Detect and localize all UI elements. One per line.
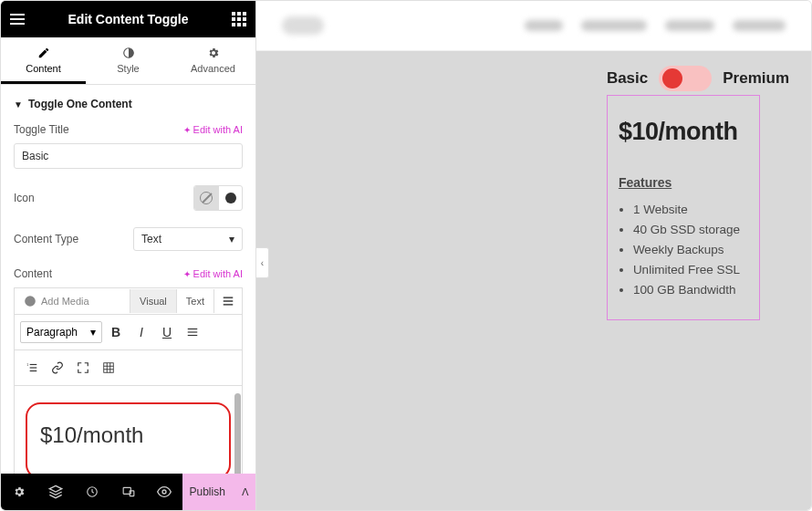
- sidebar-tabs: Content Style Advanced: [1, 37, 255, 85]
- apps-grid-icon[interactable]: [232, 12, 246, 26]
- preview-button[interactable]: [146, 474, 182, 510]
- gear-icon: [13, 485, 26, 498]
- table-icon: [102, 361, 115, 374]
- icon-upload-option[interactable]: [218, 186, 242, 210]
- caret-down-icon: ▼: [14, 99, 23, 110]
- devices-icon: [122, 485, 135, 498]
- editor-content-text: $10/month: [40, 422, 216, 448]
- rows-icon: [222, 295, 234, 308]
- text-tab[interactable]: Text: [176, 289, 213, 313]
- gear-icon: [207, 47, 220, 59]
- ordered-list-icon: 1: [26, 361, 38, 374]
- scrollbar[interactable]: [234, 393, 241, 474]
- feature-item: 100 GB Bandwidth: [633, 283, 759, 297]
- toggle-toolbar-button[interactable]: [213, 289, 242, 313]
- layers-icon: [48, 485, 63, 499]
- contrast-icon: [122, 47, 135, 59]
- chevron-down-icon: ▾: [90, 326, 96, 339]
- feature-item: 40 Gb SSD storage: [633, 223, 759, 236]
- history-icon: [86, 485, 99, 498]
- navigator-button[interactable]: [37, 474, 74, 510]
- tab-advanced[interactable]: Advanced: [171, 37, 255, 84]
- dot-icon: [225, 193, 236, 203]
- svg-rect-2: [224, 300, 234, 302]
- pricing-card[interactable]: $10/month Features 1 Website 40 Gb SSD s…: [607, 95, 760, 320]
- features-heading: Features: [619, 175, 759, 190]
- history-button[interactable]: [74, 474, 110, 510]
- content-type-select[interactable]: Text ▾: [133, 227, 243, 251]
- content-type-label: Content Type: [14, 233, 78, 245]
- edit-with-ai-link-2[interactable]: Edit with AI: [183, 268, 243, 279]
- section-heading[interactable]: ▼ Toggle One Content: [14, 98, 243, 110]
- icon-label: Icon: [14, 192, 35, 204]
- nav-link: [581, 20, 647, 31]
- toggle-title-label: Toggle Title: [14, 123, 69, 136]
- list-icon: [186, 326, 199, 339]
- eye-icon: [157, 485, 172, 499]
- feature-item: Weekly Backups: [633, 243, 759, 256]
- feature-item: Unlimited Free SSL: [633, 263, 759, 276]
- svg-rect-8: [30, 367, 37, 368]
- sidebar-footer: Publish ᐱ: [1, 474, 255, 510]
- feature-item: 1 Website: [633, 203, 759, 216]
- icon-none-option[interactable]: [194, 186, 218, 210]
- underline-icon: U: [162, 325, 172, 339]
- link-icon: [51, 361, 64, 374]
- svg-rect-5: [188, 331, 198, 332]
- svg-rect-11: [104, 363, 114, 373]
- content-label: Content: [14, 267, 52, 280]
- publish-button[interactable]: Publish ᐱ: [182, 474, 255, 510]
- sparkle-icon: [183, 124, 191, 135]
- pencil-icon: [37, 47, 50, 59]
- svg-point-19: [162, 490, 166, 494]
- svg-rect-7: [30, 364, 37, 365]
- nav-link: [525, 20, 563, 31]
- list-button[interactable]: [181, 320, 204, 344]
- paragraph-format-select[interactable]: Paragraph ▾: [20, 321, 102, 343]
- preview-top-nav: [256, 1, 811, 51]
- toggle-label-right: Premium: [723, 69, 789, 88]
- table-button[interactable]: [97, 356, 120, 380]
- media-icon: [24, 295, 36, 308]
- visual-tab[interactable]: Visual: [130, 289, 176, 313]
- italic-button[interactable]: I: [130, 320, 153, 344]
- price-text: $10/month: [619, 118, 759, 146]
- ordered-list-button[interactable]: 1: [20, 356, 44, 380]
- features-list: 1 Website 40 Gb SSD storage Weekly Backu…: [619, 203, 759, 297]
- hamburger-icon[interactable]: [10, 14, 25, 25]
- pricing-toggle: Basic Premium: [607, 66, 789, 91]
- underline-button[interactable]: U: [155, 320, 179, 344]
- edit-with-ai-link[interactable]: Edit with AI: [183, 124, 243, 135]
- fullscreen-button[interactable]: [71, 356, 95, 380]
- tab-content[interactable]: Content: [1, 37, 86, 84]
- svg-marker-16: [49, 485, 61, 492]
- svg-rect-1: [224, 297, 234, 298]
- italic-icon: I: [140, 325, 143, 339]
- bold-button[interactable]: B: [104, 320, 128, 344]
- settings-button[interactable]: [1, 474, 37, 510]
- toggle-title-input[interactable]: [14, 143, 243, 169]
- nav-link: [733, 20, 786, 31]
- toggle-knob: [662, 68, 682, 89]
- editor-sidebar: Edit Content Toggle Content Style Advanc…: [1, 1, 256, 510]
- fullscreen-icon: [77, 361, 89, 374]
- responsive-button[interactable]: [110, 474, 147, 510]
- collapse-sidebar-handle[interactable]: ‹: [256, 247, 269, 278]
- toggle-switch[interactable]: [659, 66, 712, 91]
- sidebar-header: Edit Content Toggle: [1, 1, 255, 37]
- wysiwyg-editor[interactable]: $10/month: [14, 386, 243, 474]
- svg-text:1: 1: [26, 363, 28, 367]
- add-media-button[interactable]: Add Media: [15, 288, 99, 314]
- toggle-label-left: Basic: [607, 69, 648, 88]
- svg-rect-3: [224, 304, 234, 306]
- svg-rect-4: [188, 328, 198, 329]
- chevron-up-icon: ᐱ: [242, 486, 249, 498]
- preview-stage[interactable]: Basic Premium $10/month Features 1 Websi…: [256, 51, 811, 510]
- tab-style[interactable]: Style: [86, 37, 171, 84]
- chevron-down-icon: ▾: [229, 233, 234, 245]
- link-button[interactable]: [46, 356, 69, 380]
- bold-icon: B: [111, 325, 120, 339]
- preview-canvas: Basic Premium $10/month Features 1 Websi…: [256, 1, 811, 510]
- sidebar-title: Edit Content Toggle: [68, 12, 189, 26]
- nav-link: [665, 20, 714, 31]
